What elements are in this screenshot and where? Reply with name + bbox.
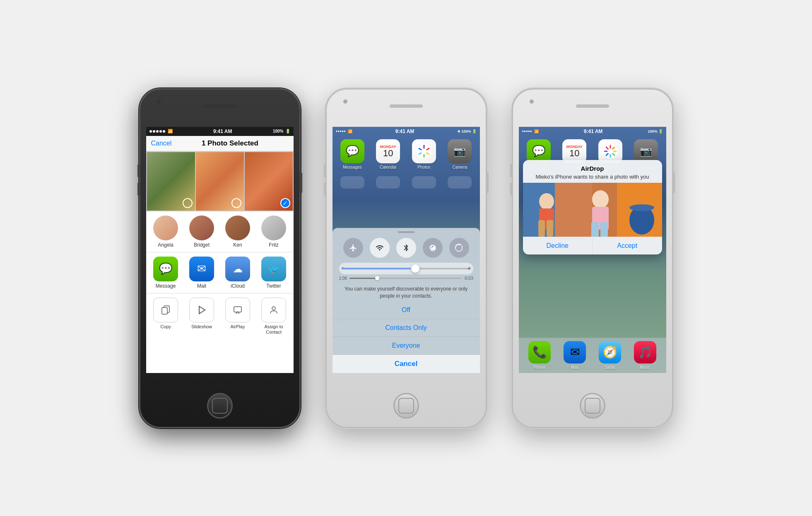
icloud-icon: ☁ — [225, 257, 250, 281]
power-btn-2[interactable] — [486, 172, 489, 193]
p3-homescreen-bg: ●●●●● 📶 9:41 AM 100% 🔋 💬 Messages — [519, 127, 666, 373]
action-copy[interactable]: Copy — [149, 298, 182, 335]
p2-apps-row2 — [333, 173, 480, 192]
home-button-3[interactable] — [580, 393, 605, 419]
message-icon: 💬 — [153, 257, 178, 281]
action-slideshow[interactable]: Slideshow — [186, 298, 218, 335]
p2-photos-app[interactable]: Photos — [412, 139, 436, 170]
power-btn-3[interactable] — [672, 172, 675, 193]
home-button-1[interactable] — [207, 393, 233, 419]
slideshow-label: Slideshow — [191, 324, 212, 329]
airdrop-alert: AirDrop Mieko's iPhone wants to share a … — [523, 160, 662, 255]
vol-up-3[interactable] — [510, 164, 513, 177]
svg-point-4 — [272, 307, 275, 310]
time-remaining: -5:03 — [464, 276, 473, 281]
do-not-disturb-btn[interactable] — [423, 238, 443, 258]
rotation-lock-btn[interactable] — [449, 238, 469, 258]
decline-button[interactable]: Decline — [523, 237, 593, 254]
airdrop-contacts-option[interactable]: Contacts Only — [333, 319, 480, 337]
home-btn-inner-1 — [212, 398, 228, 414]
contact-item[interactable]: Ken — [222, 216, 254, 248]
dock-mail-icon: ✉ — [564, 341, 586, 363]
timeline-fill — [349, 278, 377, 279]
p2-camera-app[interactable]: 📷 Camera — [448, 139, 472, 170]
brightness-slider[interactable]: ☀ ☀ — [339, 263, 473, 274]
p2-homescreen-bg: ●●●●● 📶 9:41 AM ★ 100% 🔋 💬 Messages — [333, 127, 480, 373]
airdrop-alert-subtitle: Mieko's iPhone wants to share a photo wi… — [528, 174, 657, 181]
cc-timeline: 1:06 -5:03 — [339, 276, 473, 281]
vol-down-1[interactable] — [137, 182, 140, 196]
speaker-grill-2 — [390, 104, 423, 108]
signal-dots-1 — [149, 130, 165, 133]
timeline-track[interactable] — [349, 278, 461, 279]
dock-phone-label: Phone — [534, 365, 546, 370]
bluetooth-btn[interactable] — [396, 238, 416, 258]
nav-bar-1: Cancel 1 Photo Selected — [146, 136, 294, 151]
twitter-icon: 🐦 — [261, 257, 286, 281]
dock-safari[interactable]: 🧭 Safari — [599, 341, 621, 370]
app-icloud[interactable]: ☁ iCloud — [222, 257, 254, 289]
airdrop-description: You can make yourself discoverable to ev… — [333, 282, 480, 301]
avatar-bridget — [189, 216, 214, 240]
contact-item[interactable]: Fritz — [258, 216, 290, 248]
vol-down-2[interactable] — [324, 182, 327, 196]
camera-3 — [530, 99, 534, 104]
dock-mail[interactable]: ✉ Mail — [564, 341, 586, 370]
dock-phone[interactable]: 📞 Phone — [528, 341, 551, 370]
svg-point-30 — [592, 190, 609, 208]
p2-calendar-label: Calendar — [380, 165, 397, 170]
vol-up-1[interactable] — [137, 164, 140, 177]
photos-strip: ✓ — [146, 151, 294, 211]
p2-calendar-app[interactable]: Monday 10 Calendar — [376, 139, 400, 170]
airdrop-cancel-button[interactable]: Cancel — [333, 355, 480, 373]
dock-music-icon: 🎵 — [634, 341, 656, 363]
airdrop-handle — [333, 228, 480, 235]
brightness-thumb[interactable] — [411, 264, 419, 273]
photo-thumb-1[interactable] — [147, 152, 195, 211]
airdrop-off-option[interactable]: Off — [333, 301, 480, 319]
dock-music[interactable]: 🎵 Music — [634, 341, 656, 370]
action-assign-contact[interactable]: Assign to Contact — [258, 298, 290, 335]
p3-camera-icon: 📷 — [634, 139, 658, 163]
photo-thumb-3[interactable]: ✓ — [245, 152, 293, 211]
cal-day-3: 10 — [569, 149, 579, 158]
app-twitter[interactable]: 🐦 Twitter — [258, 257, 290, 289]
app-mail[interactable]: ✉ Mail — [186, 257, 218, 289]
p2-photos-icon — [412, 139, 436, 163]
airdrop-alert-actions: Decline Accept — [523, 237, 662, 254]
app-icloud-label: iCloud — [231, 283, 245, 289]
accept-button[interactable]: Accept — [593, 237, 662, 254]
p2-messages-app[interactable]: 💬 Messages — [340, 139, 364, 170]
select-check-3: ✓ — [280, 198, 290, 208]
contact-name-fritz: Fritz — [269, 242, 278, 248]
handle-bar — [398, 231, 414, 233]
vol-down-3[interactable] — [510, 182, 513, 196]
contact-item[interactable]: Bridget — [186, 216, 218, 248]
select-circle-1 — [183, 198, 193, 208]
time-3: 9:41 AM — [584, 128, 603, 134]
svg-marker-2 — [199, 306, 205, 314]
wifi-btn[interactable] — [370, 238, 390, 258]
assign-contact-icon — [261, 298, 286, 322]
svg-rect-32 — [591, 222, 599, 237]
svg-rect-29 — [547, 220, 553, 237]
copy-icon — [153, 298, 178, 322]
time-1: 9:41 AM — [213, 128, 232, 134]
photo-thumb-2[interactable] — [196, 152, 244, 211]
cancel-button[interactable]: Cancel — [151, 140, 172, 147]
avatar-fritz — [261, 216, 286, 240]
power-btn-1[interactable] — [299, 172, 302, 193]
contact-item[interactable]: Angela — [149, 216, 182, 248]
home-button-2[interactable] — [393, 393, 419, 419]
battery-2: 100% — [461, 129, 471, 133]
action-airplay[interactable]: AirPlay — [222, 298, 254, 335]
vol-up-2[interactable] — [324, 164, 327, 177]
status-bar-2: ●●●●● 📶 9:41 AM ★ 100% 🔋 — [333, 127, 480, 136]
timeline-thumb — [375, 276, 379, 280]
airplane-mode-btn[interactable] — [343, 238, 363, 258]
screen-1: 📶 9:41 AM 100% 🔋 Cancel 1 Photo Selected… — [146, 127, 294, 373]
airdrop-everyone-option[interactable]: Everyone — [333, 337, 480, 355]
app-message[interactable]: 💬 Message — [149, 257, 182, 289]
p2-apps-row1: 💬 Messages Monday 10 Calendar — [333, 136, 480, 173]
phone-2: ●●●●● 📶 9:41 AM ★ 100% 🔋 💬 Messages — [325, 88, 487, 428]
